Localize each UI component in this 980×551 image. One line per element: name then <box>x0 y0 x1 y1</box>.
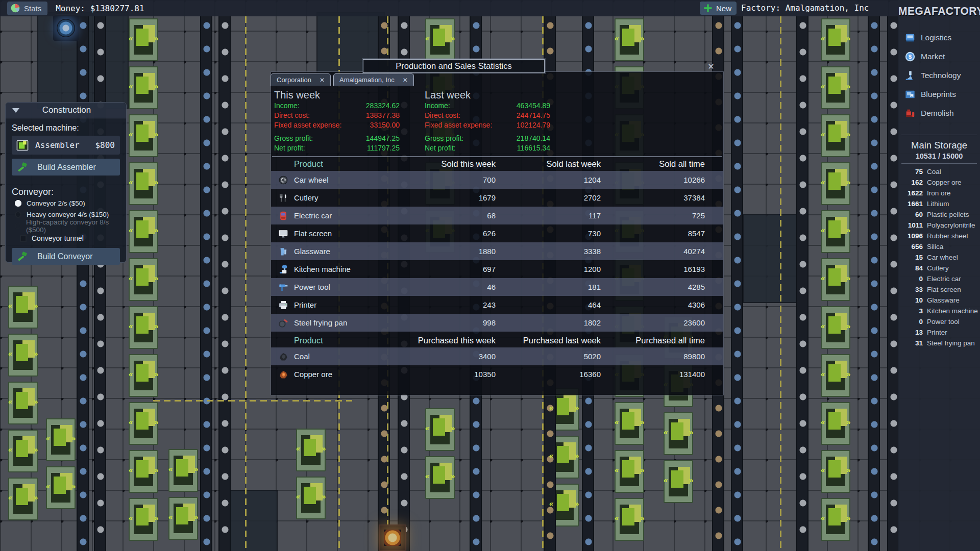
glassware-icon <box>276 246 290 257</box>
storage-item: 33Flat screen <box>898 284 980 295</box>
conveyor-options: Conveyor 2/s ($50)Heavy conveyor 4/s ($1… <box>12 198 120 231</box>
game-logo: MEGAFACTORY <box>898 4 980 17</box>
storage-item-count: 60 <box>898 211 923 218</box>
week-heading: Last week <box>425 89 550 101</box>
product-name: Car wheel <box>294 176 414 184</box>
storage-item: 0Power tool <box>898 316 980 327</box>
money-value: $1380277.81 <box>90 4 144 13</box>
construction-panel-header[interactable]: Construction <box>6 103 126 118</box>
conveyor-option-label: High-capacity conveyor 8/s ($500) <box>26 218 120 234</box>
sidebar-item-demolish[interactable]: Demolish <box>898 104 980 122</box>
new-factory-button[interactable]: New <box>700 2 737 15</box>
storage-item-name: Rubber sheet <box>927 232 968 240</box>
sidebar-item-logistics[interactable]: Logistics <box>898 28 980 47</box>
table-row: Printer2434644306 <box>271 296 723 314</box>
product-value: 3400 <box>414 352 496 361</box>
product-value: 1802 <box>496 318 601 327</box>
product-name: Kitchen machine <box>294 265 414 273</box>
conveyor-option-label: Conveyor 2/s ($50) <box>27 199 85 207</box>
microscope-icon <box>904 70 916 81</box>
kitchen-machine-icon <box>276 264 290 275</box>
product-value: 117 <box>496 211 601 220</box>
window-title[interactable]: Production and Sales Statistics <box>363 59 545 73</box>
flat-screen-icon <box>276 228 290 239</box>
product-value: 23600 <box>601 318 705 327</box>
radio-unselected-icon <box>15 222 21 229</box>
conveyor-option[interactable]: Conveyor 2/s ($50) <box>12 198 120 209</box>
week-stat-value: 33150.00 <box>370 120 400 130</box>
factory-name-value: Amalgamation, Inc <box>786 3 869 13</box>
stats-button[interactable]: Stats <box>7 2 47 15</box>
sidebar-item-label: Logistics <box>921 33 951 42</box>
product-name: Cutlery <box>294 193 414 202</box>
storage-item-name: Polyacrylonitrile <box>927 221 975 229</box>
conveyor-tunnel-checkbox[interactable] <box>20 235 27 242</box>
column-header: Purchased all time <box>601 336 705 345</box>
window-close-button[interactable]: ✕ <box>706 62 716 72</box>
product-value: 4285 <box>601 283 705 291</box>
storage-item: 60Plastic pellets <box>898 209 980 220</box>
sidebar-item-label: Technology <box>921 71 961 80</box>
week-stat-row: Gross profit:218740.14 <box>425 134 550 143</box>
storage-count: 10531 / 15000 <box>898 152 980 160</box>
selected-machine-row[interactable]: Assembler $800 <box>12 136 120 155</box>
storage-item: 13Printer <box>898 327 980 338</box>
product-value: 2702 <box>496 193 601 202</box>
sidebar-item-blueprints[interactable]: Blueprints <box>898 85 980 104</box>
week-stat-value: 102124.79 <box>517 120 550 130</box>
week-stat-row: Fixed asset expense:33150.00 <box>274 120 400 130</box>
week-stat-row: Fixed asset expense:102124.79 <box>425 120 550 130</box>
money-display: Money: $1380277.81 <box>56 4 144 13</box>
conveyor-option: High-capacity conveyor 8/s ($500) <box>12 220 120 231</box>
table-row: Steel frying pan998180223600 <box>271 314 723 332</box>
storage-item: 75Coal <box>898 166 980 177</box>
product-value: 1679 <box>414 193 496 202</box>
storage-item-name: Coal <box>927 168 941 176</box>
storage-item: 1661Lithium <box>898 198 980 209</box>
product-value: 3338 <box>496 247 601 256</box>
tab-close-icon[interactable]: ✕ <box>403 77 408 84</box>
cutlery-icon <box>276 192 290 204</box>
product-value: 37384 <box>601 193 705 202</box>
storage-item-name: Silica <box>927 243 943 251</box>
week-stat-row: Income:283324.62 <box>274 101 400 111</box>
sidebar-item-market[interactable]: $Market <box>898 47 980 66</box>
radio-selected-icon[interactable] <box>15 200 21 207</box>
storage-item-count: 84 <box>898 264 923 272</box>
week-stat-value: 244714.75 <box>517 111 550 120</box>
tab-amalgamation-inc[interactable]: Amalgamation, Inc✕ <box>333 73 414 86</box>
table-row: Electric car68117725 <box>271 207 723 224</box>
power-tool-icon <box>276 282 290 293</box>
storage-item-count: 1622 <box>898 189 923 197</box>
storage-item-count: 15 <box>898 254 923 261</box>
conveyor-tunnel-option[interactable]: Conveyor tunnel <box>12 233 120 244</box>
product-value: 626 <box>414 229 496 238</box>
table-row: Flat screen6267308547 <box>271 224 723 242</box>
assembler-icon <box>16 139 29 152</box>
column-header: Purchased this week <box>414 336 496 345</box>
product-value: 464 <box>496 300 601 309</box>
week-stat-label: Fixed asset expense: <box>274 120 341 130</box>
sales-table: ProductSold this weekSold last weekSold … <box>271 157 723 332</box>
selected-machine-price: $800 <box>95 140 115 150</box>
build-conveyor-button[interactable]: Build Conveyor <box>12 248 120 265</box>
build-assembler-button[interactable]: Build Assembler <box>12 159 120 176</box>
week-stat-label: Income: <box>274 101 300 111</box>
storage-item: 3Kitchen machine <box>898 306 980 316</box>
stats-button-label: Stats <box>24 4 41 13</box>
tab-corporation[interactable]: Corporation✕ <box>271 73 331 86</box>
tab-close-icon[interactable]: ✕ <box>320 77 325 84</box>
plus-icon <box>703 3 713 13</box>
storage-item: 1096Rubber sheet <box>898 231 980 241</box>
divider <box>901 163 977 164</box>
factory-name-display: Factory: Amalgamation, Inc <box>741 3 869 13</box>
week-stat-label: Gross profit: <box>274 134 313 143</box>
storage-item-name: Electric car <box>927 275 961 283</box>
conveyor-option-label: Heavy conveyor 4/s ($150) <box>27 211 109 218</box>
build-assembler-label: Build Assembler <box>37 163 96 172</box>
radio-unselected-icon[interactable] <box>15 211 21 218</box>
week-stat-label: Gross profit: <box>425 134 463 143</box>
sidebar-item-technology[interactable]: Technology <box>898 66 980 85</box>
storage-item-name: Power tool <box>927 318 960 325</box>
storage-item-count: 0 <box>898 318 923 325</box>
